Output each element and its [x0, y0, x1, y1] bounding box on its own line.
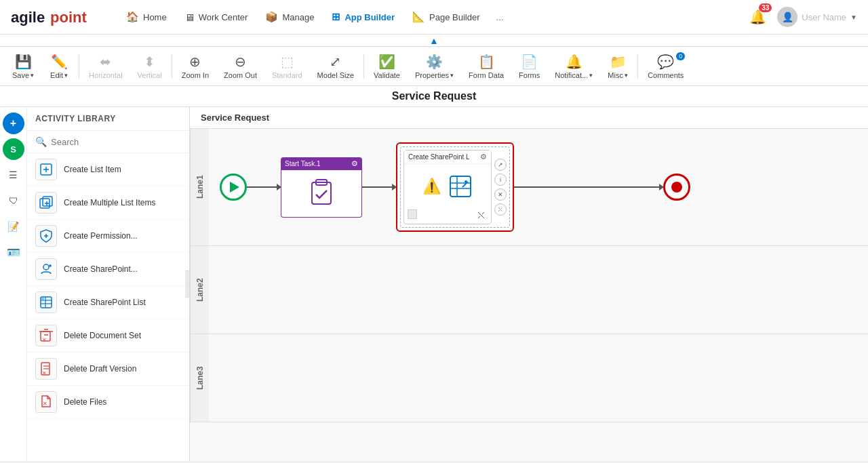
sp-gear-icon[interactable]: ⚙ [480, 153, 487, 161]
lane-1-content: Start Task.1 ⚙ [209, 129, 868, 245]
end-node[interactable] [663, 174, 690, 201]
toolbar-sep-1 [79, 54, 79, 79]
activity-item-delete-doc-set[interactable]: ✕ Delete Document Set [27, 319, 189, 353]
standard-icon: ⬚ [281, 54, 294, 70]
nav-appbuilder[interactable]: ⊞ App Builder [323, 7, 403, 27]
canvas-inner: Service Request Lane1 [190, 107, 868, 446]
edit-icon: ✏️ [51, 54, 68, 70]
nav-workcenter[interactable]: 🖥 Work Center [176, 7, 256, 27]
comments-button[interactable]: 💬 Comments 0 [641, 51, 690, 82]
lanes-container: Lane1 [190, 129, 868, 422]
misc-button[interactable]: 📁 Misc ▾ [601, 51, 635, 82]
notification-button[interactable]: 🔔 33 [747, 6, 769, 28]
arrow-head-1 [277, 184, 285, 190]
task-gear-icon[interactable]: ⚙ [351, 159, 358, 168]
collapse-arrow-icon: ▲ [429, 35, 439, 46]
toolbar-sep-2 [172, 54, 172, 79]
horizontal-button[interactable]: ⬌ Horizontal [82, 51, 130, 82]
nav-more[interactable]: ... [490, 8, 511, 26]
sp-mini-square-icon[interactable] [408, 209, 417, 219]
modelsize-button[interactable]: ⤢ Model Size [311, 51, 361, 82]
create-list-item-label: Create List Item [64, 164, 121, 176]
save-button[interactable]: 💾 Save ▾ [5, 51, 41, 82]
sp-org-icon[interactable]: ⛌ [477, 209, 488, 222]
user-name: User Name [802, 12, 846, 22]
canvas-title: Service Request [190, 107, 868, 129]
nav-manage-label: Manage [282, 12, 314, 22]
activity-item-create-sharepoint[interactable]: Create SharePoint... [27, 253, 189, 286]
formdata-icon: 📋 [478, 54, 495, 70]
nav-home[interactable]: 🏠 Home [118, 7, 175, 27]
forms-button[interactable]: 📄 Forms [512, 51, 547, 82]
sidebar-icon-list[interactable]: ☰ [3, 164, 24, 186]
create-multiple-label: Create Multiple List Items [64, 197, 155, 209]
search-input[interactable] [51, 137, 181, 147]
top-nav: agile point 🏠 Home 🖥 Work Center 📦 Manag… [0, 0, 868, 35]
standard-button[interactable]: ⬚ Standard [265, 51, 309, 82]
sp-action-delete[interactable]: ✕ [494, 188, 507, 201]
sidebar-header: ACTIVITY LIBRARY [27, 107, 189, 131]
create-multiple-icon [35, 192, 57, 214]
sp-node-side-actions: ↗ i ✕ ⛌ [494, 159, 507, 216]
svg-text:✕: ✕ [43, 401, 47, 407]
sp-node-dashed-wrapper: Create SharePoint Li... ⚙ ⚠️ [400, 146, 510, 228]
task-node-title: Start Task.1 [285, 160, 321, 167]
activity-item-delete-files[interactable]: ✕ Delete Files [27, 386, 189, 419]
avatar-circle: 👤 [777, 7, 797, 27]
arrow-head-3 [659, 184, 667, 190]
user-dropdown-icon: ▼ [850, 14, 857, 21]
sidebar-icon-shield[interactable]: 🛡 [3, 190, 24, 212]
formdata-label: Form Data [469, 71, 504, 79]
properties-button[interactable]: ⚙️ Properties ▾ [408, 51, 460, 82]
sp-node[interactable]: Create SharePoint Li... ⚙ ⚠️ [403, 150, 492, 224]
comments-icon: 💬 [657, 54, 674, 70]
user-avatar[interactable]: 👤 User Name ▼ [777, 7, 857, 27]
activity-item-delete-draft[interactable]: ✕ Delete Draft Version [27, 353, 189, 386]
nav-manage[interactable]: 📦 Manage [257, 7, 322, 27]
properties-icon: ⚙️ [426, 54, 443, 70]
validate-button[interactable]: ✅ Validate [367, 51, 407, 82]
lane-1: Lane1 [190, 129, 868, 246]
sp-node-body: ⚠️ [404, 164, 491, 208]
sidebar-icon-id[interactable]: 🪪 [3, 241, 24, 263]
svg-text:point: point [50, 9, 87, 26]
zoomout-button[interactable]: ⊖ Zoom Out [217, 51, 264, 82]
sp-action-org[interactable]: ⛌ [494, 203, 507, 216]
delete-files-label: Delete Files [64, 397, 106, 408]
page-title-bar: Service Request [0, 86, 868, 107]
collapse-bar[interactable]: ▲ [0, 35, 868, 47]
lane-2: Lane2 [190, 246, 868, 334]
formdata-button[interactable]: 📋 Form Data [462, 51, 511, 82]
nav-pagebuilder-label: Page Builder [429, 12, 479, 22]
nav-pagebuilder[interactable]: 📐 Page Builder [404, 7, 488, 27]
create-sp-list-label: Create SharePoint List [64, 297, 146, 308]
start-node[interactable] [220, 174, 247, 201]
vertical-button[interactable]: ⬍ Vertical [131, 51, 169, 82]
sidebar-icon-form[interactable]: 📝 [3, 216, 24, 237]
activity-item-create-permission[interactable]: Create Permission... [27, 220, 189, 253]
lane-3-label: Lane3 [190, 334, 209, 422]
activity-item-create-multiple[interactable]: Create Multiple List Items [27, 186, 189, 220]
create-permission-icon [35, 225, 57, 247]
edit-button[interactable]: ✏️ Edit ▾ [42, 51, 76, 82]
sidebar-icon-add[interactable]: + [3, 113, 24, 134]
sidebar-collapse-button[interactable]: ❮ [185, 270, 190, 298]
zoomin-button[interactable]: ⊕ Zoom In [175, 51, 216, 82]
notifications-button[interactable]: 🔔 Notificat... ▾ [548, 51, 599, 82]
forms-icon: 📄 [521, 54, 538, 70]
task-node-body [281, 170, 362, 218]
vertical-label: Vertical [138, 71, 162, 79]
sp-action-info[interactable]: i [494, 174, 507, 186]
nav-right: 🔔 33 👤 User Name ▼ [747, 6, 857, 28]
sidebar-icon-strip: + S ☰ 🛡 📝 🪪 [0, 107, 27, 461]
activity-item-create-sp-list[interactable]: ⊕ Create SharePoint List [27, 286, 189, 319]
task-node[interactable]: Start Task.1 ⚙ [281, 157, 362, 218]
sp-action-connect[interactable]: ↗ [494, 159, 507, 171]
zoomout-label: Zoom Out [224, 71, 257, 79]
stop-icon [671, 182, 682, 193]
page-title: Service Request [392, 90, 477, 102]
horizontal-label: Horizontal [89, 71, 123, 79]
sidebar-icon-sharepoint[interactable]: S [3, 138, 24, 160]
activity-item-create-list-item[interactable]: Create List Item [27, 153, 189, 186]
validate-icon: ✅ [378, 54, 395, 70]
